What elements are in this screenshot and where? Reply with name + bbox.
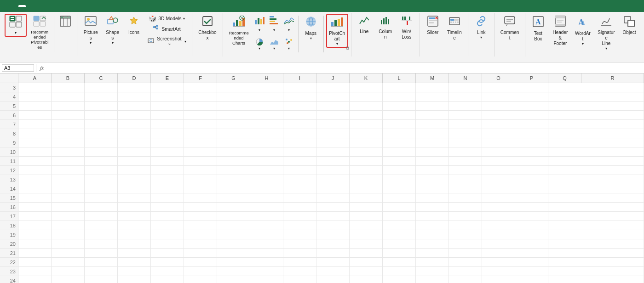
sheet-cell[interactable] <box>118 129 151 138</box>
sheet-cell[interactable] <box>85 193 118 203</box>
sheet-cell[interactable] <box>283 258 316 267</box>
sheet-cell[interactable] <box>548 120 644 129</box>
sheet-cell[interactable] <box>184 193 217 203</box>
row-number[interactable]: 3 <box>0 83 18 92</box>
sheet-cell[interactable] <box>482 120 515 129</box>
sheet-cell[interactable] <box>250 193 283 203</box>
sheet-cell[interactable] <box>316 138 350 147</box>
sheet-cell[interactable] <box>416 203 449 212</box>
sheet-cell[interactable] <box>18 193 52 203</box>
sheet-cell[interactable] <box>449 92 482 102</box>
sheet-cell[interactable] <box>416 276 449 283</box>
row-number[interactable]: 5 <box>0 102 18 110</box>
sheet-cell[interactable] <box>18 129 52 138</box>
sheet-cell[interactable] <box>250 249 283 258</box>
other-charts-2[interactable]: ▾ <box>267 35 281 52</box>
sheet-cell[interactable] <box>548 258 644 267</box>
sheet-cell[interactable] <box>515 230 548 239</box>
sheet-cell[interactable] <box>250 258 283 267</box>
sheet-cell[interactable] <box>416 111 449 120</box>
sheet-cell[interactable] <box>217 258 250 267</box>
sheet-cell[interactable] <box>515 111 548 120</box>
sheet-cell[interactable] <box>85 258 118 267</box>
sheet-cell[interactable] <box>416 212 449 221</box>
column-dropdown[interactable]: ▾ <box>259 28 260 32</box>
sheet-cell[interactable] <box>383 92 416 102</box>
sheet-cell[interactable] <box>383 184 416 193</box>
menu-insert[interactable] <box>18 5 26 7</box>
sheet-cell[interactable] <box>18 111 52 120</box>
sheet-cell[interactable] <box>316 157 350 166</box>
sheet-cell[interactable] <box>482 166 515 175</box>
sheet-cell[interactable] <box>118 111 151 120</box>
sheet-cell[interactable] <box>350 221 383 230</box>
sheet-cell[interactable] <box>184 138 217 147</box>
sheet-cell[interactable] <box>118 230 151 239</box>
sheet-cell[interactable] <box>350 147 383 157</box>
sheet-cell[interactable] <box>548 83 644 92</box>
sheet-cell[interactable] <box>350 102 383 111</box>
column-chart-button[interactable]: ▾ <box>253 14 266 34</box>
sheet-cell[interactable] <box>151 157 184 166</box>
recommended-pivot-button[interactable]: RecommendedPivotTables <box>28 14 52 52</box>
sheet-cell[interactable] <box>217 249 250 258</box>
sheet-cell[interactable] <box>283 111 316 120</box>
sheet-cell[interactable] <box>449 184 482 193</box>
sheet-cell[interactable] <box>548 212 644 221</box>
sheet-cell[interactable] <box>18 258 52 267</box>
col-header-g[interactable]: G <box>217 74 250 83</box>
sheet-cell[interactable] <box>151 102 184 111</box>
sheet-cell[interactable] <box>383 221 416 230</box>
sheet-cell[interactable] <box>283 193 316 203</box>
sheet-cell[interactable] <box>316 102 350 111</box>
sheet-cell[interactable] <box>151 120 184 129</box>
sheet-cell[interactable] <box>217 267 250 276</box>
sheet-cell[interactable] <box>85 138 118 147</box>
sheet-cell[interactable] <box>85 221 118 230</box>
sheet-cell[interactable] <box>482 83 515 92</box>
sheet-cell[interactable] <box>449 166 482 175</box>
sheet-cell[interactable] <box>548 221 644 230</box>
sheet-cell[interactable] <box>316 193 350 203</box>
sheet-cell[interactable] <box>184 239 217 249</box>
sheet-cell[interactable] <box>316 92 350 102</box>
sheet-cell[interactable] <box>52 166 85 175</box>
sheet-cell[interactable] <box>184 221 217 230</box>
row-number[interactable]: 17 <box>0 212 18 221</box>
sheet-cell[interactable] <box>217 276 250 283</box>
sheet-cell[interactable] <box>482 111 515 120</box>
sheet-cell[interactable] <box>217 92 250 102</box>
object-button[interactable]: Object <box>619 14 639 37</box>
sheet-cell[interactable] <box>85 166 118 175</box>
col-header-m[interactable]: M <box>416 74 449 83</box>
sheet-cell[interactable] <box>52 230 85 239</box>
sheet-cell[interactable] <box>482 212 515 221</box>
sheet-cell[interactable] <box>52 83 85 92</box>
sheet-cell[interactable] <box>383 276 416 283</box>
sheet-cell[interactable] <box>184 129 217 138</box>
sheet-cell[interactable] <box>449 120 482 129</box>
sheet-cell[interactable] <box>449 221 482 230</box>
sheet-cell[interactable] <box>18 184 52 193</box>
sheet-cell[interactable] <box>184 175 217 184</box>
sheet-cell[interactable] <box>482 157 515 166</box>
pivot-chart-button[interactable]: PivotChart ▾ <box>326 14 348 48</box>
sheet-cell[interactable] <box>482 147 515 157</box>
3d-models-button[interactable]: 🎲 3D Models ▾ <box>145 14 189 23</box>
menu-data[interactable] <box>40 5 48 7</box>
sheet-cell[interactable] <box>250 111 283 120</box>
sheet-cell[interactable] <box>449 193 482 203</box>
sheet-cell[interactable] <box>416 230 449 239</box>
sheet-cell[interactable] <box>217 239 250 249</box>
col-header-r[interactable]: R <box>581 74 644 83</box>
sheet-cell[interactable] <box>85 184 118 193</box>
sheet-cell[interactable] <box>548 193 644 203</box>
sheet-cell[interactable] <box>350 267 383 276</box>
sheet-cell[interactable] <box>449 157 482 166</box>
sheet-cell[interactable] <box>482 258 515 267</box>
sheet-cell[interactable] <box>52 249 85 258</box>
sheet-cell[interactable] <box>515 175 548 184</box>
pivot-table-button[interactable]: ▾ <box>5 14 27 37</box>
menu-review[interactable] <box>48 5 55 7</box>
sheet-cell[interactable] <box>482 276 515 283</box>
